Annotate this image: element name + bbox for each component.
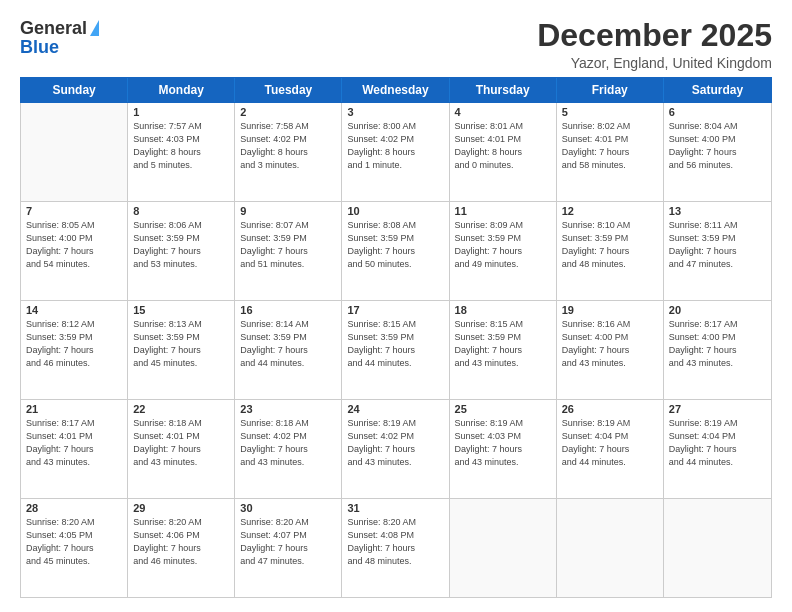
day-cell-6: 6Sunrise: 8:04 AMSunset: 4:00 PMDaylight… — [664, 103, 771, 201]
day-number: 22 — [133, 403, 229, 415]
day-number: 12 — [562, 205, 658, 217]
day-cell-2: 2Sunrise: 7:58 AMSunset: 4:02 PMDaylight… — [235, 103, 342, 201]
day-cell-11: 11Sunrise: 8:09 AMSunset: 3:59 PMDayligh… — [450, 202, 557, 300]
day-number: 11 — [455, 205, 551, 217]
day-info: Sunrise: 7:57 AMSunset: 4:03 PMDaylight:… — [133, 120, 229, 172]
day-cell-14: 14Sunrise: 8:12 AMSunset: 3:59 PMDayligh… — [21, 301, 128, 399]
day-info: Sunrise: 8:00 AMSunset: 4:02 PMDaylight:… — [347, 120, 443, 172]
day-number: 8 — [133, 205, 229, 217]
empty-cell — [664, 499, 771, 597]
day-info: Sunrise: 8:17 AMSunset: 4:00 PMDaylight:… — [669, 318, 766, 370]
week-row-1: 1Sunrise: 7:57 AMSunset: 4:03 PMDaylight… — [21, 103, 771, 202]
day-number: 17 — [347, 304, 443, 316]
day-number: 18 — [455, 304, 551, 316]
empty-cell — [557, 499, 664, 597]
logo-blue-text: Blue — [20, 37, 59, 58]
day-number: 23 — [240, 403, 336, 415]
day-info: Sunrise: 8:17 AMSunset: 4:01 PMDaylight:… — [26, 417, 122, 469]
day-number: 6 — [669, 106, 766, 118]
day-cell-23: 23Sunrise: 8:18 AMSunset: 4:02 PMDayligh… — [235, 400, 342, 498]
day-info: Sunrise: 8:19 AMSunset: 4:02 PMDaylight:… — [347, 417, 443, 469]
day-number: 10 — [347, 205, 443, 217]
header-day-thursday: Thursday — [450, 78, 557, 102]
day-info: Sunrise: 8:01 AMSunset: 4:01 PMDaylight:… — [455, 120, 551, 172]
calendar: SundayMondayTuesdayWednesdayThursdayFrid… — [20, 77, 772, 598]
week-row-5: 28Sunrise: 8:20 AMSunset: 4:05 PMDayligh… — [21, 499, 771, 597]
day-info: Sunrise: 8:19 AMSunset: 4:03 PMDaylight:… — [455, 417, 551, 469]
day-cell-13: 13Sunrise: 8:11 AMSunset: 3:59 PMDayligh… — [664, 202, 771, 300]
day-number: 30 — [240, 502, 336, 514]
empty-cell — [450, 499, 557, 597]
day-number: 7 — [26, 205, 122, 217]
day-cell-26: 26Sunrise: 8:19 AMSunset: 4:04 PMDayligh… — [557, 400, 664, 498]
day-info: Sunrise: 8:15 AMSunset: 3:59 PMDaylight:… — [455, 318, 551, 370]
day-cell-31: 31Sunrise: 8:20 AMSunset: 4:08 PMDayligh… — [342, 499, 449, 597]
day-cell-27: 27Sunrise: 8:19 AMSunset: 4:04 PMDayligh… — [664, 400, 771, 498]
day-number: 20 — [669, 304, 766, 316]
day-info: Sunrise: 8:18 AMSunset: 4:02 PMDaylight:… — [240, 417, 336, 469]
day-info: Sunrise: 8:18 AMSunset: 4:01 PMDaylight:… — [133, 417, 229, 469]
logo-general-text: General — [20, 18, 87, 39]
day-cell-24: 24Sunrise: 8:19 AMSunset: 4:02 PMDayligh… — [342, 400, 449, 498]
week-row-3: 14Sunrise: 8:12 AMSunset: 3:59 PMDayligh… — [21, 301, 771, 400]
day-cell-20: 20Sunrise: 8:17 AMSunset: 4:00 PMDayligh… — [664, 301, 771, 399]
day-number: 25 — [455, 403, 551, 415]
day-number: 28 — [26, 502, 122, 514]
week-row-4: 21Sunrise: 8:17 AMSunset: 4:01 PMDayligh… — [21, 400, 771, 499]
day-number: 31 — [347, 502, 443, 514]
day-cell-3: 3Sunrise: 8:00 AMSunset: 4:02 PMDaylight… — [342, 103, 449, 201]
day-number: 1 — [133, 106, 229, 118]
day-cell-16: 16Sunrise: 8:14 AMSunset: 3:59 PMDayligh… — [235, 301, 342, 399]
day-number: 2 — [240, 106, 336, 118]
day-info: Sunrise: 8:20 AMSunset: 4:05 PMDaylight:… — [26, 516, 122, 568]
day-number: 29 — [133, 502, 229, 514]
day-cell-9: 9Sunrise: 8:07 AMSunset: 3:59 PMDaylight… — [235, 202, 342, 300]
day-info: Sunrise: 8:08 AMSunset: 3:59 PMDaylight:… — [347, 219, 443, 271]
day-info: Sunrise: 8:16 AMSunset: 4:00 PMDaylight:… — [562, 318, 658, 370]
day-info: Sunrise: 8:04 AMSunset: 4:00 PMDaylight:… — [669, 120, 766, 172]
title-block: December 2025 Yazor, England, United Kin… — [537, 18, 772, 71]
day-cell-28: 28Sunrise: 8:20 AMSunset: 4:05 PMDayligh… — [21, 499, 128, 597]
day-info: Sunrise: 8:15 AMSunset: 3:59 PMDaylight:… — [347, 318, 443, 370]
day-number: 13 — [669, 205, 766, 217]
day-cell-29: 29Sunrise: 8:20 AMSunset: 4:06 PMDayligh… — [128, 499, 235, 597]
week-row-2: 7Sunrise: 8:05 AMSunset: 4:00 PMDaylight… — [21, 202, 771, 301]
day-info: Sunrise: 8:14 AMSunset: 3:59 PMDaylight:… — [240, 318, 336, 370]
page: General Blue December 2025 Yazor, Englan… — [0, 0, 792, 612]
day-info: Sunrise: 8:02 AMSunset: 4:01 PMDaylight:… — [562, 120, 658, 172]
day-info: Sunrise: 8:20 AMSunset: 4:08 PMDaylight:… — [347, 516, 443, 568]
header-day-saturday: Saturday — [664, 78, 771, 102]
day-cell-10: 10Sunrise: 8:08 AMSunset: 3:59 PMDayligh… — [342, 202, 449, 300]
day-number: 9 — [240, 205, 336, 217]
calendar-header: SundayMondayTuesdayWednesdayThursdayFrid… — [20, 77, 772, 103]
day-cell-12: 12Sunrise: 8:10 AMSunset: 3:59 PMDayligh… — [557, 202, 664, 300]
day-info: Sunrise: 8:07 AMSunset: 3:59 PMDaylight:… — [240, 219, 336, 271]
day-cell-21: 21Sunrise: 8:17 AMSunset: 4:01 PMDayligh… — [21, 400, 128, 498]
day-cell-4: 4Sunrise: 8:01 AMSunset: 4:01 PMDaylight… — [450, 103, 557, 201]
day-info: Sunrise: 8:20 AMSunset: 4:07 PMDaylight:… — [240, 516, 336, 568]
day-cell-18: 18Sunrise: 8:15 AMSunset: 3:59 PMDayligh… — [450, 301, 557, 399]
day-number: 16 — [240, 304, 336, 316]
empty-cell — [21, 103, 128, 201]
day-cell-22: 22Sunrise: 8:18 AMSunset: 4:01 PMDayligh… — [128, 400, 235, 498]
day-number: 4 — [455, 106, 551, 118]
day-info: Sunrise: 8:19 AMSunset: 4:04 PMDaylight:… — [669, 417, 766, 469]
day-info: Sunrise: 8:10 AMSunset: 3:59 PMDaylight:… — [562, 219, 658, 271]
header-day-sunday: Sunday — [21, 78, 128, 102]
day-number: 21 — [26, 403, 122, 415]
header: General Blue December 2025 Yazor, Englan… — [20, 18, 772, 71]
header-day-friday: Friday — [557, 78, 664, 102]
day-cell-17: 17Sunrise: 8:15 AMSunset: 3:59 PMDayligh… — [342, 301, 449, 399]
logo: General Blue — [20, 18, 99, 58]
day-info: Sunrise: 8:12 AMSunset: 3:59 PMDaylight:… — [26, 318, 122, 370]
day-cell-8: 8Sunrise: 8:06 AMSunset: 3:59 PMDaylight… — [128, 202, 235, 300]
day-number: 27 — [669, 403, 766, 415]
day-number: 3 — [347, 106, 443, 118]
day-info: Sunrise: 8:20 AMSunset: 4:06 PMDaylight:… — [133, 516, 229, 568]
day-info: Sunrise: 8:06 AMSunset: 3:59 PMDaylight:… — [133, 219, 229, 271]
day-cell-1: 1Sunrise: 7:57 AMSunset: 4:03 PMDaylight… — [128, 103, 235, 201]
day-info: Sunrise: 8:09 AMSunset: 3:59 PMDaylight:… — [455, 219, 551, 271]
day-number: 5 — [562, 106, 658, 118]
header-day-wednesday: Wednesday — [342, 78, 449, 102]
day-number: 14 — [26, 304, 122, 316]
